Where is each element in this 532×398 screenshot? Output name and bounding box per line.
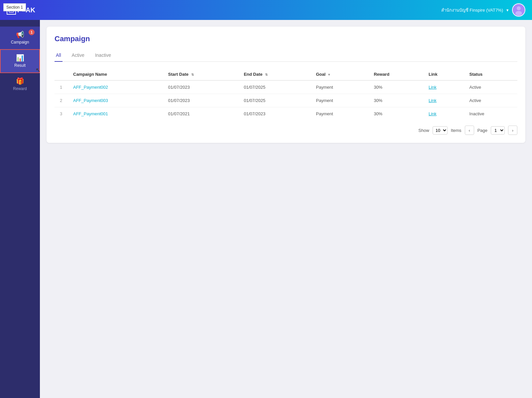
prev-page-button[interactable]: ‹ [465,126,474,135]
col-goal[interactable]: Goal ▾ [311,68,368,80]
campaign-name-link-2[interactable]: AFF_Payment003 [73,98,108,103]
status-3: Inactive [464,107,517,121]
main-layout: 📢 Campaign 1 📊 Result ↖ 🎁 Reward Campaig… [0,20,532,398]
col-campaign-name: Campaign Name [68,68,163,80]
col-num [55,68,68,80]
row-num-2: 2 [55,94,68,107]
status-2: Active [464,94,517,107]
campaign-icon: 📢 [16,31,24,38]
sidebar-item-result[interactable]: 📊 Result ↖ [0,49,40,73]
row-num-3: 3 [55,107,68,121]
end-date-sort-icon: ⇅ [265,73,268,76]
company-name: สำนักงานบัญชี Finspire (VAT7%) [441,7,503,14]
goal-2: Payment [311,94,368,107]
end-date-2: 01/07/2025 [238,94,311,107]
tab-inactive[interactable]: Inactive [94,50,112,62]
table-header-row: Campaign Name Start Date ⇅ End Date ⇅ Go… [55,68,517,80]
status-1: Active [464,80,517,94]
reward-2: 30% [368,94,423,107]
page-number-select[interactable]: 1 [491,126,505,135]
col-status: Status [464,68,517,80]
end-date-1: 01/07/2025 [238,80,311,94]
col-end-date[interactable]: End Date ⇅ [238,68,311,80]
start-date-2: 01/07/2023 [163,94,239,107]
dropdown-chevron-icon: ▾ [506,8,509,13]
table-row: 2 AFF_Payment003 01/07/2023 01/07/2025 P… [55,94,517,107]
tab-active[interactable]: Active [70,50,86,62]
tab-all[interactable]: All [55,50,63,62]
avatar[interactable] [512,3,525,17]
row-num-1: 1 [55,80,68,94]
reward-icon: 🎁 [16,78,24,84]
start-date-sort-icon: ⇅ [191,73,194,76]
col-reward: Reward [368,68,423,80]
svg-point-2 [517,6,521,10]
content-card: Campaign All Active Inactive Campaign Na… [47,27,525,143]
sidebar-item-reward[interactable]: 🎁 Reward [0,73,40,96]
col-link: Link [423,68,464,80]
sidebar-item-label-campaign: Campaign [11,40,29,45]
goal-sort-icon: ▾ [328,73,330,76]
top-header: P≡AK สำนักงานบัญชี Finspire (VAT7%) ▾ [0,0,532,20]
campaign-table: Campaign Name Start Date ⇅ End Date ⇅ Go… [55,68,517,120]
pagination: Show 10 25 50 Items ‹ Page 1 › [55,126,517,135]
items-label: Items [451,128,462,133]
campaign-link-1[interactable]: Link [429,85,437,90]
col-start-date[interactable]: Start Date ⇅ [163,68,239,80]
campaign-link-2[interactable]: Link [429,98,437,103]
reward-1: 30% [368,80,423,94]
sidebar-item-campaign[interactable]: 📢 Campaign 1 [0,27,40,49]
table-row: 3 AFF_Payment001 01/07/2021 01/07/2023 P… [55,107,517,121]
campaign-name-link-1[interactable]: AFF_Payment002 [73,85,108,90]
goal-1: Payment [311,80,368,94]
per-page-select[interactable]: 10 25 50 [433,126,448,135]
goal-3: Payment [311,107,368,121]
page-title: Campaign [55,35,517,43]
campaign-name-2[interactable]: AFF_Payment003 [68,94,163,107]
sidebar-item-label-result: Result [14,63,26,68]
result-icon: 📊 [16,54,24,61]
header-right[interactable]: สำนักงานบัญชี Finspire (VAT7%) ▾ [441,3,525,17]
campaign-link-3[interactable]: Link [429,111,437,116]
tabs: All Active Inactive [55,50,517,62]
next-page-button[interactable]: › [508,126,517,135]
page-label: Page [477,128,487,133]
sidebar-item-label-reward: Reward [13,86,27,91]
campaign-name-1[interactable]: AFF_Payment002 [68,80,163,94]
end-date-3: 01/07/2023 [238,107,311,121]
campaign-name-link-3[interactable]: AFF_Payment001 [73,111,108,116]
link-3[interactable]: Link [423,107,464,121]
svg-point-3 [515,11,522,16]
sidebar: 📢 Campaign 1 📊 Result ↖ 🎁 Reward [0,20,40,398]
campaign-badge: 1 [29,29,35,35]
table-row: 1 AFF_Payment002 01/07/2023 01/07/2025 P… [55,80,517,94]
link-1[interactable]: Link [423,80,464,94]
start-date-1: 01/07/2023 [163,80,239,94]
cursor-icon: ↖ [36,66,41,74]
content-area: Campaign All Active Inactive Campaign Na… [40,20,532,398]
start-date-3: 01/07/2021 [163,107,239,121]
section-label: Section 1 [3,3,26,11]
campaign-name-3[interactable]: AFF_Payment001 [68,107,163,121]
reward-3: 30% [368,107,423,121]
show-label: Show [418,128,429,133]
link-2[interactable]: Link [423,94,464,107]
